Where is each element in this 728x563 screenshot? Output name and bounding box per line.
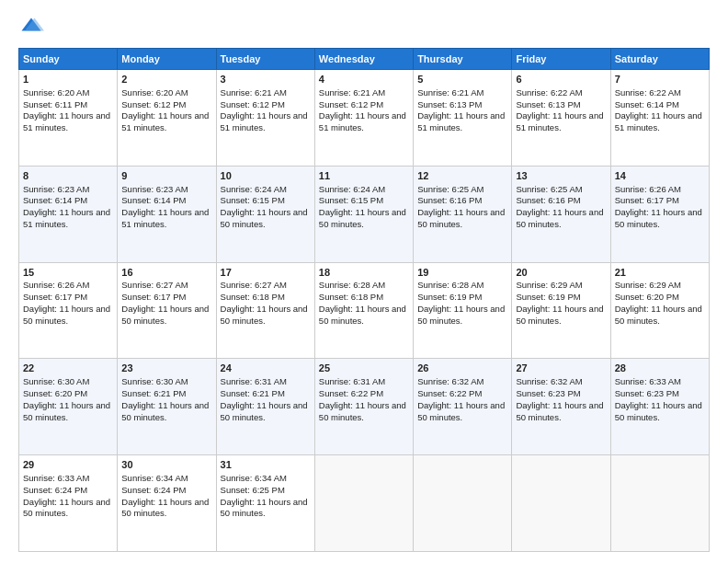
daylight-text: Daylight: 11 hours and 50 minutes. (417, 207, 505, 229)
day-number: 7 (615, 73, 705, 86)
sunrise-text: Sunrise: 6:27 AM (221, 280, 287, 290)
sunrise-text: Sunrise: 6:21 AM (417, 87, 483, 98)
calendar-cell: 31Sunrise: 6:34 AMSunset: 6:25 PMDayligh… (216, 455, 314, 552)
sunset-text: Sunset: 6:20 PM (23, 388, 87, 398)
calendar-cell: 15Sunrise: 6:26 AMSunset: 6:17 PMDayligh… (19, 262, 118, 359)
daylight-text: Daylight: 11 hours and 51 minutes. (615, 110, 702, 132)
daylight-text: Daylight: 11 hours and 50 minutes. (417, 304, 505, 326)
calendar-cell (512, 455, 610, 552)
sunset-text: Sunset: 6:12 PM (121, 99, 186, 109)
sunrise-text: Sunrise: 6:29 AM (615, 280, 681, 290)
calendar-weekday-saturday: Saturday (610, 49, 709, 70)
sunset-text: Sunset: 6:17 PM (121, 292, 186, 302)
page: SundayMondayTuesdayWednesdayThursdayFrid… (0, 0, 728, 563)
calendar-cell: 22Sunrise: 6:30 AMSunset: 6:20 PMDayligh… (19, 359, 118, 455)
calendar-cell: 14Sunrise: 6:26 AMSunset: 6:17 PMDayligh… (610, 166, 709, 262)
daylight-text: Daylight: 11 hours and 51 minutes. (516, 110, 603, 132)
daylight-text: Daylight: 11 hours and 51 minutes. (23, 207, 110, 229)
daylight-text: Daylight: 11 hours and 50 minutes. (417, 400, 505, 422)
calendar-weekday-tuesday: Tuesday (216, 49, 314, 70)
sunrise-text: Sunrise: 6:27 AM (121, 280, 188, 290)
sunrise-text: Sunrise: 6:26 AM (615, 184, 681, 194)
calendar-weekday-sunday: Sunday (19, 49, 118, 70)
sunset-text: Sunset: 6:14 PM (121, 195, 186, 205)
sunrise-text: Sunrise: 6:25 AM (417, 184, 483, 194)
sunrise-text: Sunrise: 6:30 AM (23, 376, 89, 386)
day-number: 6 (516, 73, 606, 86)
day-number: 1 (23, 73, 113, 86)
sunset-text: Sunset: 6:22 PM (319, 388, 383, 398)
daylight-text: Daylight: 11 hours and 50 minutes. (615, 304, 702, 326)
sunset-text: Sunset: 6:17 PM (23, 292, 87, 302)
day-number: 16 (121, 266, 211, 280)
calendar-cell: 24Sunrise: 6:31 AMSunset: 6:21 PMDayligh… (216, 359, 314, 455)
calendar-cell: 3Sunrise: 6:21 AMSunset: 6:12 PMDaylight… (216, 70, 314, 167)
sunrise-text: Sunrise: 6:31 AM (319, 376, 385, 386)
sunrise-text: Sunrise: 6:23 AM (121, 184, 188, 194)
calendar-week-row: 29Sunrise: 6:33 AMSunset: 6:24 PMDayligh… (19, 455, 710, 552)
sunset-text: Sunset: 6:24 PM (23, 485, 87, 495)
calendar-weekday-monday: Monday (118, 49, 216, 70)
sunrise-text: Sunrise: 6:32 AM (417, 376, 483, 386)
daylight-text: Daylight: 11 hours and 50 minutes. (221, 497, 308, 519)
sunrise-text: Sunrise: 6:20 AM (121, 87, 188, 98)
calendar-cell: 27Sunrise: 6:32 AMSunset: 6:23 PMDayligh… (512, 359, 610, 455)
sunset-text: Sunset: 6:14 PM (615, 99, 679, 109)
calendar-cell: 26Sunrise: 6:32 AMSunset: 6:22 PMDayligh… (414, 359, 512, 455)
calendar-cell: 4Sunrise: 6:21 AMSunset: 6:12 PMDaylight… (314, 70, 413, 167)
sunset-text: Sunset: 6:23 PM (615, 388, 679, 398)
daylight-text: Daylight: 11 hours and 50 minutes. (23, 304, 110, 326)
day-number: 31 (221, 458, 311, 472)
sunrise-text: Sunrise: 6:20 AM (23, 87, 89, 98)
sunrise-text: Sunrise: 6:29 AM (516, 280, 582, 290)
calendar-cell (610, 455, 709, 552)
sunrise-text: Sunrise: 6:26 AM (23, 280, 89, 290)
daylight-text: Daylight: 11 hours and 51 minutes. (121, 110, 209, 132)
sunrise-text: Sunrise: 6:30 AM (121, 376, 188, 386)
calendar-cell: 19Sunrise: 6:28 AMSunset: 6:19 PMDayligh… (414, 262, 512, 359)
calendar-cell (414, 455, 512, 552)
day-number: 19 (417, 266, 507, 280)
day-number: 13 (516, 169, 606, 183)
calendar-week-row: 15Sunrise: 6:26 AMSunset: 6:17 PMDayligh… (19, 262, 710, 359)
sunrise-text: Sunrise: 6:28 AM (417, 280, 483, 290)
calendar-week-row: 22Sunrise: 6:30 AMSunset: 6:20 PMDayligh… (19, 359, 710, 455)
calendar-cell: 6Sunrise: 6:22 AMSunset: 6:13 PMDaylight… (512, 70, 610, 167)
calendar-cell: 12Sunrise: 6:25 AMSunset: 6:16 PMDayligh… (414, 166, 512, 262)
day-number: 3 (221, 73, 311, 86)
sunset-text: Sunset: 6:16 PM (516, 195, 580, 205)
day-number: 27 (516, 362, 606, 375)
day-number: 17 (221, 266, 311, 280)
day-number: 29 (23, 458, 113, 472)
logo-icon (18, 15, 44, 40)
daylight-text: Daylight: 11 hours and 50 minutes. (516, 304, 603, 326)
sunset-text: Sunset: 6:17 PM (615, 195, 679, 205)
day-number: 9 (121, 169, 211, 183)
day-number: 15 (23, 266, 113, 280)
sunset-text: Sunset: 6:19 PM (516, 292, 580, 302)
calendar-cell: 30Sunrise: 6:34 AMSunset: 6:24 PMDayligh… (118, 455, 216, 552)
calendar-cell: 8Sunrise: 6:23 AMSunset: 6:14 PMDaylight… (19, 166, 118, 262)
daylight-text: Daylight: 11 hours and 50 minutes. (516, 400, 603, 422)
calendar-cell: 11Sunrise: 6:24 AMSunset: 6:15 PMDayligh… (314, 166, 413, 262)
day-number: 8 (23, 169, 113, 183)
calendar-cell: 25Sunrise: 6:31 AMSunset: 6:22 PMDayligh… (314, 359, 413, 455)
daylight-text: Daylight: 11 hours and 50 minutes. (23, 497, 110, 519)
day-number: 20 (516, 266, 606, 280)
calendar-cell: 29Sunrise: 6:33 AMSunset: 6:24 PMDayligh… (19, 455, 118, 552)
sunrise-text: Sunrise: 6:24 AM (319, 184, 385, 194)
sunset-text: Sunset: 6:24 PM (121, 485, 186, 495)
daylight-text: Daylight: 11 hours and 50 minutes. (221, 400, 308, 422)
day-number: 2 (121, 73, 211, 86)
sunset-text: Sunset: 6:12 PM (319, 99, 383, 109)
calendar-cell: 21Sunrise: 6:29 AMSunset: 6:20 PMDayligh… (610, 262, 709, 359)
sunrise-text: Sunrise: 6:32 AM (516, 376, 582, 386)
calendar-cell (314, 455, 413, 552)
sunset-text: Sunset: 6:20 PM (615, 292, 679, 302)
sunrise-text: Sunrise: 6:31 AM (221, 376, 287, 386)
daylight-text: Daylight: 11 hours and 50 minutes. (319, 304, 406, 326)
sunset-text: Sunset: 6:21 PM (121, 388, 186, 398)
sunset-text: Sunset: 6:25 PM (221, 485, 285, 495)
sunrise-text: Sunrise: 6:22 AM (615, 87, 681, 98)
daylight-text: Daylight: 11 hours and 51 minutes. (319, 110, 406, 132)
